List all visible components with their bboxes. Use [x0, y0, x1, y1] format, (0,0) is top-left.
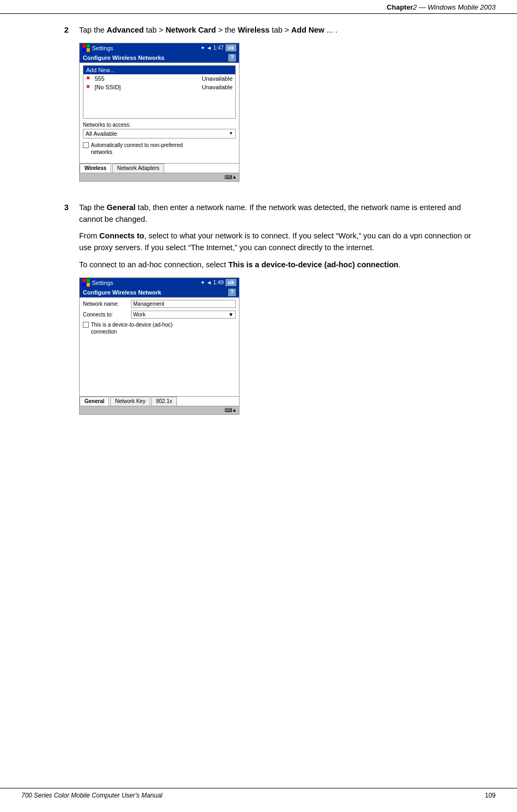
ss2-tab-8021x[interactable]: 802.1x	[151, 397, 177, 406]
ss2-checkbox-label: This is a device-to-device (ad-hoc)conne…	[91, 321, 173, 335]
ss1-tabbar: Wireless Network Adapters	[80, 163, 239, 173]
ss2-titlebar-left: Settings	[82, 279, 113, 287]
step-3-block: 3 Tap the General tab, then enter a netw…	[64, 202, 474, 426]
ss2-tab-general[interactable]: General	[80, 397, 109, 406]
ss2-networkname-input[interactable]: Management	[131, 300, 236, 308]
ss2-titlebar-right: ✦ ◄ 1:49 ok	[200, 279, 236, 286]
step3-connects-to: Connects to	[99, 231, 144, 240]
scroll-up-icon[interactable]: ▲	[232, 174, 237, 180]
step3-para3: To connect to an ad-hoc connection, sele…	[79, 259, 474, 271]
ss1-addnew-label: Add New...	[86, 67, 114, 73]
windows-logo-icon	[82, 44, 90, 52]
step2-end: ... .	[325, 26, 337, 34]
ss1-tab-networkadapters[interactable]: Network Adapters	[112, 164, 164, 173]
step-2-text: Tap the Advanced tab > Network Card > th…	[79, 25, 474, 36]
step2-addnew: Add New	[291, 26, 325, 34]
ss1-toolbar: ⌨ ▲	[80, 173, 239, 181]
ss2-checkbox[interactable]	[83, 322, 89, 328]
ss1-network-555-label: 555	[95, 75, 104, 82]
ss1-network-nossid-status: Unavailable	[202, 84, 233, 90]
ss1-titlebar: Settings ✦ ◄ 1:47 ok	[80, 43, 239, 53]
ss1-subheader-title: Configure Wireless Networks	[83, 55, 165, 61]
step2-mid2: > the	[216, 26, 238, 34]
screenshot-2: Settings ✦ ◄ 1:49 ok Configure Wireless …	[79, 277, 240, 415]
chapter-number: 2	[413, 3, 416, 11]
dropdown-arrow-icon: ▼	[229, 131, 233, 136]
ss1-tab-wireless[interactable]: Wireless	[80, 164, 111, 173]
ss2-help-button[interactable]: ?	[228, 289, 236, 296]
step3-para2: From Connects to, select to what your ne…	[79, 230, 474, 254]
ss1-network-nossid[interactable]: ✖ [No SSID] Unavailable	[83, 83, 235, 91]
ss2-empty-space	[83, 338, 236, 392]
signal-icon-nossid: ✖	[86, 84, 92, 90]
section-title: Windows Mobile 2003	[426, 3, 496, 11]
ss1-checkbox-row: Automatically connect to non-preferredne…	[83, 142, 236, 156]
step3-general: General	[107, 203, 136, 212]
ss1-help-button[interactable]: ?	[228, 54, 236, 61]
step3-para2-pre: From	[79, 231, 99, 240]
keyboard-icon[interactable]: ⌨	[225, 174, 232, 180]
ss2-connectsto-row: Connects to: Work ▼	[83, 311, 236, 319]
ss2-connectsto-value: Work	[133, 312, 145, 318]
step3-para3-post: .	[398, 260, 400, 269]
ss2-tabbar: General Network Key 802.1x	[80, 396, 239, 406]
ss1-network-nossid-label: [No SSID]	[95, 84, 121, 90]
scroll-up-icon-2[interactable]: ▲	[232, 407, 237, 413]
ss2-connectsto-select[interactable]: Work ▼	[131, 311, 236, 319]
ss2-ok-button[interactable]: ok	[226, 279, 236, 286]
ss2-appname: Settings	[92, 280, 113, 286]
chapter-label: Chapter	[387, 3, 413, 11]
ss1-titlebar-right: ✦ ◄ 1:47 ok	[200, 44, 236, 51]
step3-adhoc: This is a device-to-device (ad-hoc) conn…	[228, 260, 398, 269]
ss2-checkbox-row: This is a device-to-device (ad-hoc)conne…	[83, 321, 236, 335]
ss2-subheader-title: Configure Wireless Network	[83, 289, 161, 296]
ss2-subheader: Configure Wireless Network ?	[80, 288, 239, 298]
step-3-content: Tap the General tab, then enter a networ…	[79, 202, 474, 426]
footer-page-number: 109	[485, 792, 496, 799]
step3-para3-pre: To connect to an ad-hoc connection, sele…	[79, 260, 228, 269]
ss1-access-label: Networks to access:	[83, 122, 236, 128]
ss1-dropdown-value: All Available	[86, 130, 117, 137]
ss1-subheader: Configure Wireless Networks ?	[80, 53, 239, 63]
page-header: Chapter2 — Windows Mobile 2003	[0, 0, 517, 14]
ss1-network-list: Add New... ✖ 555 Unavailable ✖	[83, 65, 236, 119]
footer-manual-title: 700 Series Color Mobile Computer User's …	[21, 792, 163, 799]
page-footer: 700 Series Color Mobile Computer User's …	[0, 788, 517, 801]
ss2-tab-networkkey[interactable]: Network Key	[110, 397, 150, 406]
step3-para1-post: tab, then enter a network name. If the n…	[79, 203, 461, 223]
step2-advanced: Advanced	[107, 26, 144, 34]
step2-mid3: tab >	[269, 26, 291, 34]
step-3-number: 3	[64, 202, 79, 426]
ss1-network-555[interactable]: ✖ 555 Unavailable	[83, 74, 235, 83]
ss1-appname: Settings	[92, 45, 113, 51]
step-2-content: Tap the Advanced tab > Network Card > th…	[79, 25, 474, 192]
step2-mid1: tab >	[144, 26, 166, 34]
ss1-ok-button[interactable]: ok	[226, 44, 236, 51]
step2-networkcard: Network Card	[166, 26, 216, 34]
ss1-dropdown[interactable]: All Available ▼	[83, 129, 236, 138]
ss2-status: ✦ ◄ 1:49	[200, 280, 223, 285]
ss1-body: Add New... ✖ 555 Unavailable ✖	[80, 63, 239, 161]
ss1-network-addnew[interactable]: Add New...	[83, 66, 235, 74]
ss1-checkbox-label: Automatically connect to non-preferredne…	[91, 142, 183, 156]
screenshot-1: Settings ✦ ◄ 1:47 ok Configure Wireless …	[79, 43, 240, 182]
ss2-toolbar: ⌨ ▲	[80, 406, 239, 414]
windows-logo-icon-2	[82, 279, 90, 287]
ss2-networkname-row: Network name: Management	[83, 300, 236, 308]
step3-para1-pre: Tap the	[79, 203, 107, 212]
main-content: 2 Tap the Advanced tab > Network Card > …	[0, 14, 517, 478]
separator: —	[417, 3, 426, 11]
ss2-select-arrow-icon: ▼	[228, 312, 234, 318]
step2-pre: Tap the	[79, 26, 107, 34]
step2-wireless: Wireless	[238, 26, 270, 34]
step3-para1: Tap the General tab, then enter a networ…	[79, 202, 474, 226]
ss1-checkbox[interactable]	[83, 142, 89, 148]
keyboard-icon-2[interactable]: ⌨	[225, 407, 232, 413]
signal-icon-555: ✖	[86, 75, 92, 82]
ss2-networkname-label: Network name:	[83, 301, 131, 307]
ss1-network-555-status: Unavailable	[202, 75, 233, 82]
ss1-titlebar-left: Settings	[82, 44, 113, 52]
header-text: Chapter2 — Windows Mobile 2003	[387, 3, 496, 11]
ss1-network-empty	[83, 91, 235, 118]
step-2-number: 2	[64, 25, 79, 192]
